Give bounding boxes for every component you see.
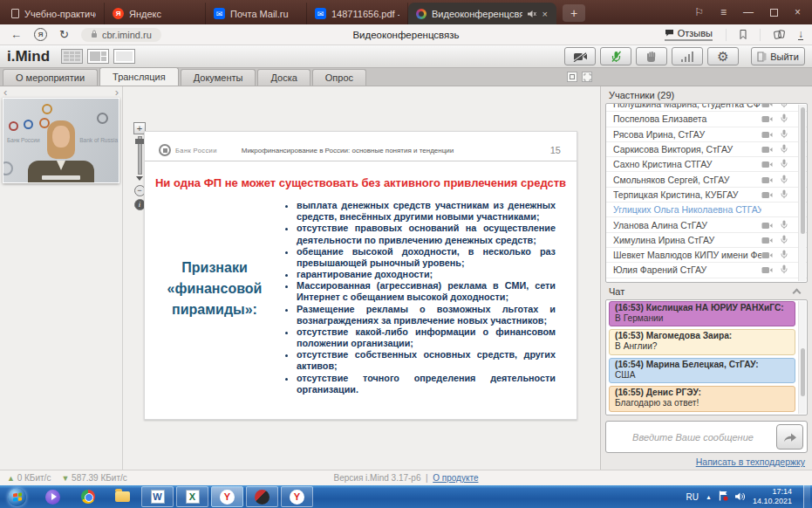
camera-icon[interactable]: [761, 247, 773, 263]
fullscreen-icon[interactable]: [582, 72, 592, 82]
feedback-button[interactable]: Отзывы: [665, 28, 713, 41]
imind-tab[interactable]: О мероприятии: [3, 69, 98, 86]
participant-row[interactable]: Саркисова Виктория, СтГАУ: [606, 142, 807, 157]
speaker-video-thumbnail[interactable]: Банк России Bank of Russia: [3, 98, 119, 183]
participant-row[interactable]: Сахно Кристина СТГАУ: [606, 157, 807, 172]
raise-hand-button[interactable]: [636, 47, 667, 65]
camera-icon[interactable]: [761, 127, 773, 142]
camera-icon[interactable]: [761, 156, 773, 172]
collections-icon[interactable]: [774, 27, 785, 43]
close-icon[interactable]: ×: [795, 6, 801, 18]
taskbar-chrome-button[interactable]: [72, 486, 104, 507]
camera-off-button[interactable]: [564, 47, 596, 65]
show-desktop-button[interactable]: [803, 485, 810, 508]
imind-tab[interactable]: Доска: [257, 69, 310, 86]
support-link[interactable]: Написать в техподдержку: [696, 457, 805, 467]
participant-row[interactable]: Уланова Алина СтГАУ: [606, 217, 807, 232]
imind-tab[interactable]: Опрос: [312, 69, 366, 86]
download-icon[interactable]: ↓: [798, 29, 803, 40]
prev-video-icon[interactable]: ‹: [3, 86, 7, 99]
chat-header[interactable]: Чат: [601, 283, 812, 299]
scrollbar-thumb[interactable]: [801, 107, 805, 234]
mic-icon[interactable]: [781, 111, 788, 127]
language-indicator[interactable]: RU: [686, 492, 699, 502]
mic-icon[interactable]: [781, 217, 788, 233]
chat-scrollbar[interactable]: [798, 301, 806, 414]
browser-tab-1[interactable]: Учебно-практическая лаб: [3, 3, 105, 24]
browser-tab-active[interactable]: Видеоконференцсвя ×: [408, 3, 556, 24]
action-center-flag-icon[interactable]: [719, 489, 728, 505]
popout-window-icon[interactable]: [567, 72, 577, 82]
taskbar-word-button[interactable]: W: [141, 486, 174, 507]
mic-icon[interactable]: [781, 262, 788, 278]
camera-icon[interactable]: [761, 172, 773, 188]
volume-icon[interactable]: [735, 489, 746, 505]
new-tab-button[interactable]: +: [563, 4, 585, 22]
participant-row[interactable]: Юлия Фарений СтГАУ: [606, 263, 807, 278]
clock[interactable]: 17:14 14.10.2021: [753, 487, 792, 506]
browser-menu-icon[interactable]: ≡: [720, 6, 727, 18]
signal-quality-button[interactable]: [672, 47, 703, 65]
mic-icon[interactable]: [781, 141, 788, 157]
chevron-up-icon[interactable]: [793, 289, 802, 298]
mic-icon[interactable]: [781, 172, 788, 188]
camera-icon[interactable]: [761, 111, 773, 127]
bookmark-icon[interactable]: [740, 27, 747, 43]
camera-icon[interactable]: [761, 232, 773, 248]
mic-muted-button[interactable]: [600, 47, 631, 65]
yandex-profile-icon[interactable]: Я: [34, 28, 47, 41]
hidden-icons-arrow-icon[interactable]: ▲: [706, 494, 712, 500]
participant-row[interactable]: Смольняков Сергей, СтГАУ: [606, 172, 807, 187]
imind-tab[interactable]: Документы: [181, 69, 256, 86]
taskbar-yandex-browser-active-button[interactable]: Y: [211, 486, 243, 507]
taskbar-yandex-browser-button[interactable]: Y: [281, 486, 313, 507]
url-field[interactable]: cbr.imind.ru: [81, 28, 161, 42]
taskbar-explorer-button[interactable]: [106, 486, 139, 507]
scrollbar-thumb[interactable]: [801, 348, 805, 396]
browser-tab-4[interactable]: ✉ 148711656.pdf - Почта Ма: [307, 3, 408, 24]
send-message-button[interactable]: [776, 424, 803, 450]
layout-single-icon[interactable]: [113, 49, 135, 64]
camera-icon[interactable]: [761, 217, 773, 233]
zoom-slider[interactable]: [138, 136, 142, 175]
browser-notifications-icon[interactable]: ⚐: [694, 6, 704, 18]
maximize-icon[interactable]: [770, 9, 778, 17]
participant-row[interactable]: Химулина Ирина СтГАУ: [606, 233, 807, 248]
taskbar-alice-button[interactable]: [37, 486, 69, 507]
chat-message-input[interactable]: [615, 432, 771, 443]
mic-icon[interactable]: [781, 232, 788, 248]
next-video-icon[interactable]: ›: [115, 86, 119, 99]
layout-split-icon[interactable]: [87, 49, 109, 64]
browser-tab-2[interactable]: Я Яндекс: [105, 3, 206, 24]
settings-button[interactable]: ⚙: [707, 47, 739, 65]
layout-grid-icon[interactable]: [61, 49, 83, 64]
back-icon[interactable]: ←: [10, 29, 22, 40]
browser-tab-3[interactable]: ✉ Почта Mail.ru: [206, 3, 307, 24]
mic-icon[interactable]: [781, 127, 788, 142]
refresh-icon[interactable]: ↻: [59, 29, 69, 40]
right-panel: Участники (29) Полушкина Марина, студент…: [600, 86, 812, 470]
tab-close-icon[interactable]: ×: [542, 9, 549, 19]
tab-audio-icon[interactable]: [528, 9, 536, 19]
exit-button[interactable]: Выйти: [751, 47, 805, 65]
taskbar-excel-button[interactable]: X: [176, 486, 208, 507]
taskbar-app-button[interactable]: [246, 486, 278, 507]
participant-row[interactable]: Терпицкая Кристина, КУБГАУ: [606, 188, 807, 203]
participants-header[interactable]: Участники (29): [601, 86, 812, 103]
zoom-slider-handle[interactable]: [135, 139, 144, 144]
mic-icon[interactable]: [781, 187, 788, 203]
participants-scrollbar[interactable]: [798, 105, 806, 281]
mic-icon[interactable]: [781, 156, 788, 172]
mic-icon[interactable]: [781, 247, 788, 263]
participant-row[interactable]: Рясова Ирина, СтГАУ: [606, 127, 807, 142]
participant-row[interactable]: Поспелова Елизавета: [606, 112, 807, 127]
participant-row[interactable]: Шевкет Мавлюдов КИПУ имени Февзи Якуб...: [606, 248, 807, 263]
camera-icon[interactable]: [761, 141, 773, 157]
camera-icon[interactable]: [761, 187, 773, 203]
camera-icon[interactable]: [761, 262, 773, 278]
minimize-icon[interactable]: —: [743, 6, 754, 18]
imind-tab[interactable]: Трансляция: [99, 67, 179, 86]
participant-row[interactable]: Углицких Ольга Николаевна СТГАУ: [606, 203, 807, 217]
about-link[interactable]: О продукте: [433, 473, 478, 483]
start-button[interactable]: [8, 488, 26, 506]
